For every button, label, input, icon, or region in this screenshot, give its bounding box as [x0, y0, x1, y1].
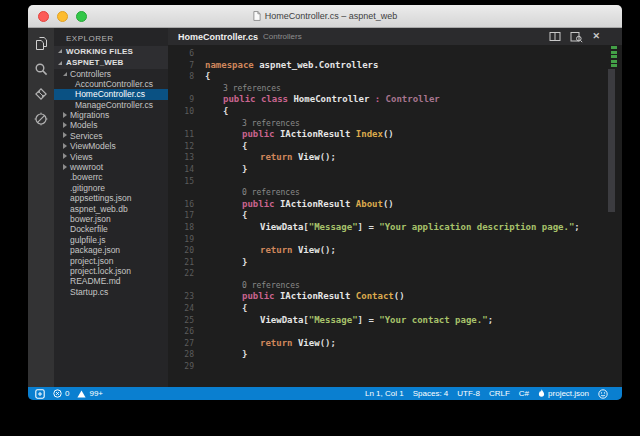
code-line[interactable]: 8{: [168, 71, 622, 83]
code-line[interactable]: 12{: [168, 141, 622, 153]
code-text: {: [205, 210, 247, 222]
code-line[interactable]: 6: [168, 48, 622, 60]
tree-file-.bowerrc[interactable]: .bowerrc: [54, 172, 168, 182]
code-line[interactable]: 10{: [168, 106, 622, 118]
code-line[interactable]: 18ViewData["Message"] = "Your applicatio…: [168, 222, 622, 234]
working-files-section-header[interactable]: WORKING FILES: [54, 46, 168, 58]
code-line[interactable]: 14}: [168, 164, 622, 176]
window-titlebar[interactable]: HomeController.cs – aspnet_web: [28, 5, 622, 28]
tree-file-project.lock.json[interactable]: project.lock.json: [54, 266, 168, 276]
line-number: 26: [168, 326, 194, 338]
code-text: ViewData["Message"] = "Your application …: [205, 222, 580, 234]
tree-file-ManageController.cs[interactable]: ManageController.cs: [54, 100, 168, 110]
code-line[interactable]: 17{: [168, 210, 622, 222]
codelens-row[interactable]: 0 references: [168, 280, 622, 292]
tree-folder-Models[interactable]: Models: [54, 120, 168, 130]
tree-file-bower.json[interactable]: bower.json: [54, 214, 168, 224]
tree-file-README.md[interactable]: README.md: [54, 276, 168, 286]
search-icon[interactable]: [34, 61, 49, 76]
tree-file-HomeController.cs[interactable]: HomeController.cs: [54, 89, 168, 99]
chevron-collapsed-icon: [63, 151, 70, 161]
close-icon[interactable]: ✕: [592, 32, 600, 41]
overview-ruler-marks: [611, 46, 617, 69]
code-line[interactable]: 21}: [168, 257, 622, 269]
split-editor-icon[interactable]: [549, 31, 561, 42]
code-text: public IActionResult Index(): [205, 129, 394, 141]
tree-folder-Migrations[interactable]: Migrations: [54, 110, 168, 120]
code-text: {: [205, 106, 228, 118]
codelens-text: 0 references: [205, 280, 300, 292]
open-file-name[interactable]: HomeController.cs: [178, 32, 258, 42]
sidebar-title: EXPLORER: [54, 28, 168, 45]
tree-file-Startup.cs[interactable]: Startup.cs: [54, 287, 168, 297]
tree-file-aspnet_web.db[interactable]: aspnet_web.db: [54, 204, 168, 214]
status-square-icon[interactable]: [35, 389, 45, 399]
indentation[interactable]: Spaces: 4: [413, 389, 449, 398]
tree-file-project.json[interactable]: project.json: [54, 256, 168, 266]
close-window-button[interactable]: [38, 11, 49, 22]
zoom-window-button[interactable]: [76, 11, 87, 22]
chevron-collapsed-icon: [63, 120, 70, 130]
code-line[interactable]: 15: [168, 176, 622, 188]
code-line[interactable]: 26: [168, 326, 622, 338]
code-text: public IActionResult Contact(): [205, 291, 405, 303]
line-number: 11: [168, 129, 194, 141]
minimize-window-button[interactable]: [57, 11, 68, 22]
cursor-position-label: Ln 1, Col 1: [365, 389, 404, 398]
tree-folder-Services[interactable]: Services: [54, 131, 168, 141]
code-line[interactable]: 24{: [168, 303, 622, 315]
editor-scrollbar[interactable]: [608, 69, 615, 212]
code-line[interactable]: 9public class HomeController : Controlle…: [168, 94, 622, 106]
code-line[interactable]: 23public IActionResult Contact(): [168, 291, 622, 303]
git-icon[interactable]: [34, 86, 49, 101]
tree-file-package.json[interactable]: package.json: [54, 245, 168, 255]
tree-folder-Controllers[interactable]: Controllers: [54, 69, 168, 79]
code-text: return View();: [205, 152, 336, 164]
code-line[interactable]: 27return View();: [168, 338, 622, 350]
code-line[interactable]: 7namespace aspnet_web.Controllers: [168, 60, 622, 72]
tree-file-AccountController.cs[interactable]: AccountController.cs: [54, 79, 168, 89]
preview-icon[interactable]: [570, 31, 583, 43]
chevron-collapsed-icon: [63, 110, 70, 120]
tree-file-appsettings.json[interactable]: appsettings.json: [54, 193, 168, 203]
feedback-smiley[interactable]: [598, 389, 608, 399]
code-line[interactable]: 11public IActionResult Index(): [168, 129, 622, 141]
omnisharp-project[interactable]: project.json: [538, 389, 589, 398]
warning-count[interactable]: 99+: [77, 389, 103, 398]
cursor-position[interactable]: Ln 1, Col 1: [365, 389, 404, 398]
code-text: }: [205, 164, 247, 176]
codelens-row[interactable]: 0 references: [168, 187, 622, 199]
codelens-row[interactable]: 3 references: [168, 83, 622, 95]
debug-icon[interactable]: [34, 111, 49, 126]
code-line[interactable]: 29: [168, 361, 622, 373]
line-number: [168, 118, 194, 130]
code-line[interactable]: 13return View();: [168, 152, 622, 164]
folder-section-header[interactable]: ASPNET_WEB: [54, 57, 168, 69]
tree-file-.gitignore[interactable]: .gitignore: [54, 183, 168, 193]
vscode-window: HomeController.cs – aspnet_web EXPLORER …: [28, 5, 622, 400]
codelens-row[interactable]: 3 references: [168, 118, 622, 130]
code-line[interactable]: 28}: [168, 349, 622, 361]
chevron-collapsed-icon: [63, 130, 70, 140]
tree-folder-ViewModels[interactable]: ViewModels: [54, 141, 168, 151]
language-mode[interactable]: C#: [519, 389, 529, 398]
tree-folder-Views[interactable]: Views: [54, 152, 168, 162]
line-number: 29: [168, 361, 194, 373]
encoding[interactable]: UTF-8: [457, 389, 480, 398]
code-line[interactable]: 25ViewData["Message"] = "Your contact pa…: [168, 315, 622, 327]
tree-folder-wwwroot[interactable]: wwwroot: [54, 162, 168, 172]
code-line[interactable]: 20return View();: [168, 245, 622, 257]
eol[interactable]: CRLF: [489, 389, 510, 398]
code-line[interactable]: 19: [168, 234, 622, 246]
tree-file-Dockerfile[interactable]: Dockerfile: [54, 224, 168, 234]
error-count[interactable]: 0: [53, 389, 69, 398]
tree-file-gulpfile.js[interactable]: gulpfile.js: [54, 235, 168, 245]
explorer-icon[interactable]: [34, 36, 49, 51]
code-line[interactable]: 16public IActionResult About(): [168, 199, 622, 211]
code-text: }: [205, 257, 247, 269]
line-number: 20: [168, 245, 194, 257]
line-number: 25: [168, 315, 194, 327]
code-line[interactable]: 22: [168, 268, 622, 280]
code-text: ViewData["Message"] = "Your contact page…: [205, 315, 493, 327]
code-viewport[interactable]: 67namespace aspnet_web.Controllers8{3 re…: [168, 45, 622, 387]
